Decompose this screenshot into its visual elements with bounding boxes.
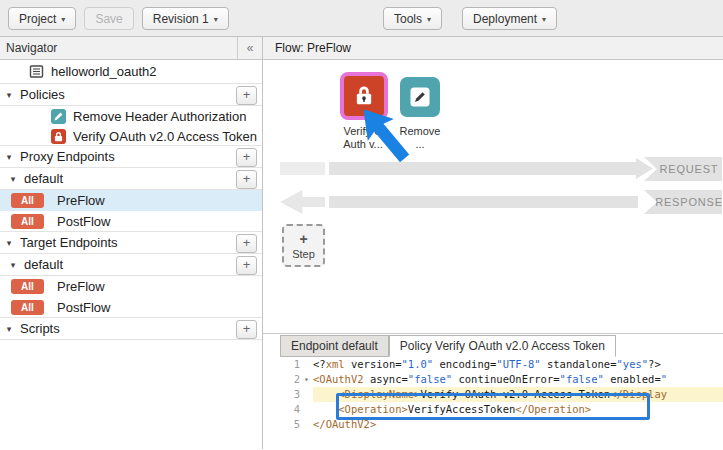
main-area: Navigator « helloworld_oauth2 ▾ Policies…: [0, 37, 723, 449]
add-flow-button[interactable]: +: [236, 256, 257, 275]
nav-section-policies[interactable]: ▾ Policies +: [0, 83, 262, 106]
flow-name: PostFlow: [57, 300, 110, 315]
nav-proxy-preflow[interactable]: All PreFlow: [0, 190, 262, 211]
nav-proxy-bundle[interactable]: helloworld_oauth2: [0, 60, 262, 84]
pencil-policy-icon: [51, 109, 66, 124]
flow-header-title: Flow: PreFlow: [275, 41, 351, 55]
add-target-endpoint-button[interactable]: +: [236, 234, 257, 253]
nav-policy-remove-header[interactable]: Remove Header Authorization: [0, 106, 262, 126]
all-badge: All: [11, 300, 44, 315]
target-default-label: default: [24, 257, 63, 272]
nav-target-postflow[interactable]: All PostFlow: [0, 297, 262, 318]
navigator-header: Navigator «: [0, 37, 262, 60]
code-line-3[interactable]: 3 <DisplayName>Verify OAuth v2.0 Access …: [263, 387, 723, 402]
all-badge: All: [11, 193, 44, 208]
request-label-text: REQUEST: [660, 163, 719, 175]
tab-label: Endpoint default: [291, 339, 378, 353]
nav-section-proxy-endpoints[interactable]: ▾ Proxy Endpoints +: [0, 145, 262, 168]
flow-policy-remove-header[interactable]: [400, 77, 440, 117]
policy-item-label: Remove Header Authorization: [73, 109, 246, 124]
deployment-button-label: Deployment: [473, 12, 537, 26]
proxy-endpoints-label: Proxy Endpoints: [20, 149, 115, 164]
proxy-default-label: default: [24, 171, 63, 186]
navigator-panel: Navigator « helloworld_oauth2 ▾ Policies…: [0, 37, 263, 449]
lock-policy-icon: [51, 129, 66, 144]
flow-canvas: Verify O Auth v... Remove ... REQUEST: [263, 60, 723, 333]
request-lane: [329, 162, 638, 175]
policy-item-label: Verify OAuth v2.0 Access Token: [73, 129, 257, 144]
save-button-label: Save: [95, 12, 122, 26]
revision-button[interactable]: Revision 1 ▾: [142, 7, 229, 30]
chevron-down-icon: ▾: [214, 14, 218, 24]
nav-section-scripts[interactable]: ▾ Scripts +: [0, 317, 262, 340]
code-line-1[interactable]: 1<?xml version="1.0" encoding="UTF-8" st…: [263, 357, 723, 372]
add-script-button[interactable]: +: [236, 320, 257, 339]
nav-proxy-postflow[interactable]: All PostFlow: [0, 211, 262, 232]
expand-triangle-icon[interactable]: ▾: [4, 238, 14, 248]
flow-name: PreFlow: [57, 193, 105, 208]
expand-triangle-icon[interactable]: ▾: [4, 324, 14, 334]
toolbar-right-group: Tools ▾ Deployment ▾: [383, 7, 557, 30]
proxy-name: helloworld_oauth2: [51, 64, 157, 79]
collapse-panel-icon[interactable]: «: [237, 37, 262, 59]
tools-button-label: Tools: [394, 12, 422, 26]
expand-triangle-icon[interactable]: ▾: [4, 152, 14, 162]
all-badge: All: [11, 214, 44, 229]
flow-name: PreFlow: [57, 279, 105, 294]
add-step-button[interactable]: + Step: [282, 224, 325, 267]
request-label: REQUEST: [644, 157, 722, 181]
response-label-text: RESPONSE: [655, 196, 723, 208]
project-button-label: Project: [19, 12, 56, 26]
project-button[interactable]: Project ▾: [8, 7, 76, 30]
nav-target-default-group[interactable]: ▾ default +: [0, 253, 262, 276]
toolbar: Project ▾ Save Revision 1 ▾ Tools ▾ Depl…: [0, 0, 723, 37]
chevron-down-icon: ▾: [542, 14, 546, 24]
step-label: Step: [292, 248, 315, 260]
target-endpoints-label: Target Endpoints: [20, 235, 118, 250]
request-lane-stub: [280, 162, 325, 175]
navigator-title: Navigator: [6, 41, 57, 55]
code-lines: 1<?xml version="1.0" encoding="UTF-8" st…: [263, 357, 723, 432]
nav-target-preflow[interactable]: All PreFlow: [0, 276, 262, 297]
flow-pane: Flow: PreFlow Verify O: [263, 37, 723, 449]
all-badge: All: [11, 279, 44, 294]
add-flow-button[interactable]: +: [236, 170, 257, 189]
tab-policy-verify-oauth[interactable]: Policy Verify OAuth v2.0 Access Token: [389, 335, 616, 357]
response-lane: [329, 196, 638, 208]
chevron-down-icon: ▾: [427, 14, 431, 24]
nav-policy-verify-oauth[interactable]: Verify OAuth v2.0 Access Token: [0, 126, 262, 146]
tab-label: Policy Verify OAuth v2.0 Access Token: [400, 339, 605, 353]
add-policy-button[interactable]: +: [236, 86, 257, 105]
scripts-label: Scripts: [20, 321, 60, 336]
spec-list-icon: [29, 64, 44, 79]
policies-label: Policies: [20, 87, 65, 102]
flow-name: PostFlow: [57, 214, 110, 229]
save-button[interactable]: Save: [84, 7, 133, 30]
tab-endpoint-default[interactable]: Endpoint default: [280, 335, 389, 357]
response-arrowhead-icon: [280, 190, 325, 214]
toolbar-left-group: Project ▾ Save Revision 1 ▾: [8, 7, 229, 30]
code-line-5[interactable]: 5</OAuthV2>: [263, 417, 723, 432]
plus-icon: +: [299, 232, 307, 246]
code-tab-row: Endpoint default Policy Verify OAuth v2.…: [263, 334, 723, 357]
pencil-icon: [408, 85, 432, 109]
code-panel: Endpoint default Policy Verify OAuth v2.…: [263, 333, 723, 449]
code-line-2[interactable]: 2▾<OAuthV2 async="false" continueOnError…: [263, 372, 723, 387]
expand-triangle-icon[interactable]: ▾: [8, 260, 18, 270]
deployment-button[interactable]: Deployment ▾: [462, 7, 557, 30]
chevron-down-icon: ▾: [61, 14, 65, 24]
tools-button[interactable]: Tools ▾: [383, 7, 442, 30]
nav-section-target-endpoints[interactable]: ▾ Target Endpoints +: [0, 231, 262, 254]
code-editor[interactable]: 1<?xml version="1.0" encoding="UTF-8" st…: [263, 357, 723, 449]
add-proxy-endpoint-button[interactable]: +: [236, 148, 257, 167]
expand-triangle-icon[interactable]: ▾: [4, 90, 14, 100]
flow-header: Flow: PreFlow: [263, 37, 723, 60]
response-label: RESPONSE: [644, 190, 722, 214]
nav-proxy-default-group[interactable]: ▾ default +: [0, 167, 262, 190]
revision-button-label: Revision 1: [153, 12, 209, 26]
expand-triangle-icon[interactable]: ▾: [8, 174, 18, 184]
code-line-4[interactable]: 4 <Operation>VerifyAccessToken</Operatio…: [263, 402, 723, 417]
